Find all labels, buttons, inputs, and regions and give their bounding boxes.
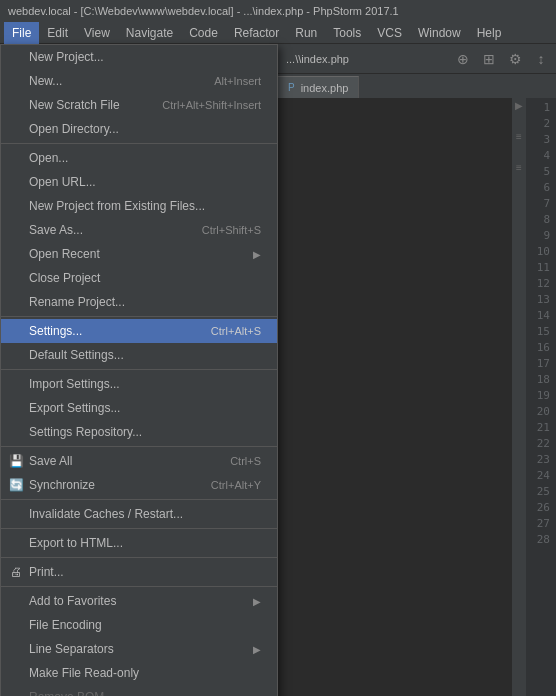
menu-item-new[interactable]: New...Alt+Insert [1, 69, 277, 93]
menu-item-rename-project[interactable]: Rename Project... [1, 290, 277, 314]
menu-shortcut-save-as: Ctrl+Shift+S [202, 224, 261, 236]
menu-bar: File Edit View Navigate Code Refactor Ru… [0, 22, 556, 44]
menu-item-close-project[interactable]: Close Project [1, 266, 277, 290]
menu-item-open[interactable]: Open... [1, 146, 277, 170]
menu-item-open-url[interactable]: Open URL... [1, 170, 277, 194]
menu-item-synchronize[interactable]: 🔄SynchronizeCtrl+Alt+Y [1, 473, 277, 497]
menu-icon-synchronize: 🔄 [7, 478, 25, 492]
menu-label-synchronize: Synchronize [29, 478, 191, 492]
menu-item-make-readonly[interactable]: Make File Read-only [1, 661, 277, 685]
breadcrumb: ...\\index.php [286, 53, 349, 65]
menu-item-add-favorites[interactable]: Add to Favorites▶ [1, 589, 277, 613]
menu-window[interactable]: Window [410, 22, 469, 44]
menu-label-open-url: Open URL... [29, 175, 261, 189]
line-number-17: 17 [526, 356, 556, 372]
menu-label-default-settings: Default Settings... [29, 348, 261, 362]
gutter-icon-1: ▶ [515, 100, 523, 111]
menu-label-new-project: New Project... [29, 50, 261, 64]
menu-navigate[interactable]: Navigate [118, 22, 181, 44]
menu-label-file-encoding: File Encoding [29, 618, 261, 632]
menu-icon-print: 🖨 [7, 565, 25, 579]
menu-item-default-settings[interactable]: Default Settings... [1, 343, 277, 367]
line-number-19: 19 [526, 388, 556, 404]
menu-item-open-directory[interactable]: Open Directory... [1, 117, 277, 141]
title-bar: webdev.local - [C:\Webdev\www\webdev.loc… [0, 0, 556, 22]
menu-shortcut-synchronize: Ctrl+Alt+Y [211, 479, 261, 491]
menu-label-open: Open... [29, 151, 261, 165]
line-numbers: 1234567891011121314151617181920212223242… [526, 98, 556, 696]
menu-shortcut-new-scratch: Ctrl+Alt+Shift+Insert [162, 99, 261, 111]
menu-item-remove-bom: Remove BOM [1, 685, 277, 696]
menu-separator [1, 143, 277, 144]
menu-help[interactable]: Help [469, 22, 510, 44]
tab-index-php[interactable]: P index.php [278, 76, 359, 98]
line-number-6: 6 [526, 180, 556, 196]
menu-item-file-encoding[interactable]: File Encoding [1, 613, 277, 637]
menu-label-remove-bom: Remove BOM [29, 690, 261, 696]
tab-label: index.php [301, 82, 349, 94]
line-number-20: 20 [526, 404, 556, 420]
menu-label-make-readonly: Make File Read-only [29, 666, 261, 680]
menu-view[interactable]: View [76, 22, 118, 44]
menu-item-import-settings[interactable]: Import Settings... [1, 372, 277, 396]
menu-icon-save-all: 💾 [7, 454, 25, 468]
line-number-24: 24 [526, 468, 556, 484]
menu-item-save-all[interactable]: 💾Save AllCtrl+S [1, 449, 277, 473]
menu-item-new-scratch[interactable]: New Scratch FileCtrl+Alt+Shift+Insert [1, 93, 277, 117]
title-text: webdev.local - [C:\Webdev\www\webdev.loc… [8, 5, 399, 17]
menu-label-close-project: Close Project [29, 271, 261, 285]
gutter-icon-2: ≡ [516, 131, 522, 142]
menu-label-settings-repo: Settings Repository... [29, 425, 261, 439]
menu-item-line-separators[interactable]: Line Separators▶ [1, 637, 277, 661]
menu-arrow-line-separators: ▶ [253, 644, 261, 655]
line-number-15: 15 [526, 324, 556, 340]
line-number-27: 27 [526, 516, 556, 532]
line-number-2: 2 [526, 116, 556, 132]
menu-separator [1, 369, 277, 370]
menu-separator [1, 446, 277, 447]
menu-separator [1, 499, 277, 500]
menu-item-settings[interactable]: Settings...Ctrl+Alt+S [1, 319, 277, 343]
menu-label-save-all: Save All [29, 454, 210, 468]
menu-label-settings: Settings... [29, 324, 191, 338]
menu-label-new-project-existing: New Project from Existing Files... [29, 199, 261, 213]
menu-label-open-directory: Open Directory... [29, 122, 261, 136]
menu-item-settings-repo[interactable]: Settings Repository... [1, 420, 277, 444]
line-number-3: 3 [526, 132, 556, 148]
line-number-9: 9 [526, 228, 556, 244]
menu-item-new-project-existing[interactable]: New Project from Existing Files... [1, 194, 277, 218]
menu-item-new-project[interactable]: New Project... [1, 45, 277, 69]
menu-file[interactable]: File [4, 22, 39, 44]
line-number-23: 23 [526, 452, 556, 468]
menu-item-save-as[interactable]: Save As...Ctrl+Shift+S [1, 218, 277, 242]
line-number-21: 21 [526, 420, 556, 436]
menu-item-open-recent[interactable]: Open Recent▶ [1, 242, 277, 266]
menu-separator [1, 316, 277, 317]
menu-label-export-settings: Export Settings... [29, 401, 261, 415]
menu-tools[interactable]: Tools [325, 22, 369, 44]
menu-label-rename-project: Rename Project... [29, 295, 261, 309]
menu-refactor[interactable]: Refactor [226, 22, 287, 44]
toolbar-btn-arrows[interactable]: ↕ [530, 48, 552, 70]
menu-label-save-as: Save As... [29, 223, 182, 237]
menu-label-export-html: Export to HTML... [29, 536, 261, 550]
menu-item-print[interactable]: 🖨Print... [1, 560, 277, 584]
menu-separator [1, 528, 277, 529]
toolbar-btn-refresh[interactable]: ⊕ [452, 48, 474, 70]
menu-arrow-open-recent: ▶ [253, 249, 261, 260]
toolbar-btn-settings[interactable]: ⚙ [504, 48, 526, 70]
menu-separator [1, 557, 277, 558]
menu-item-export-settings[interactable]: Export Settings... [1, 396, 277, 420]
gutter-icon-3: ≡ [516, 162, 522, 173]
menu-edit[interactable]: Edit [39, 22, 76, 44]
menu-vcs[interactable]: VCS [369, 22, 410, 44]
menu-item-export-html[interactable]: Export to HTML... [1, 531, 277, 555]
menu-shortcut-settings: Ctrl+Alt+S [211, 325, 261, 337]
line-number-4: 4 [526, 148, 556, 164]
menu-item-invalidate-caches[interactable]: Invalidate Caches / Restart... [1, 502, 277, 526]
menu-code[interactable]: Code [181, 22, 226, 44]
line-number-11: 11 [526, 260, 556, 276]
line-number-10: 10 [526, 244, 556, 260]
toolbar-btn-grid[interactable]: ⊞ [478, 48, 500, 70]
menu-run[interactable]: Run [287, 22, 325, 44]
